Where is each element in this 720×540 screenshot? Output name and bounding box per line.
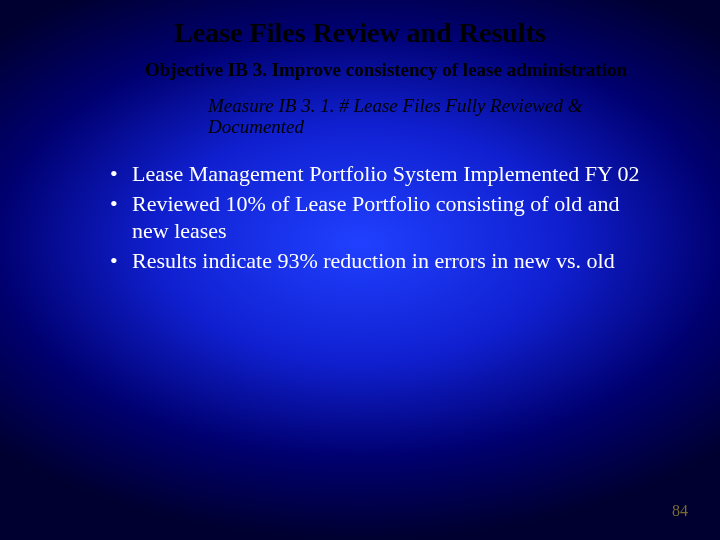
page-number: 84 [672,502,688,520]
measure-line: Measure IB 3. 1. # Lease Files Fully Rev… [0,81,720,139]
list-item: Lease Management Portfolio System Implem… [110,160,660,188]
list-item: Reviewed 10% of Lease Portfolio consisti… [110,190,660,245]
slide: Lease Files Review and Results Objective… [0,0,720,540]
slide-title: Lease Files Review and Results [0,0,720,49]
list-item: Results indicate 93% reduction in errors… [110,247,660,275]
bullet-list: Lease Management Portfolio System Implem… [0,138,720,274]
objective-line: Objective IB 3. Improve consistency of l… [0,49,720,81]
